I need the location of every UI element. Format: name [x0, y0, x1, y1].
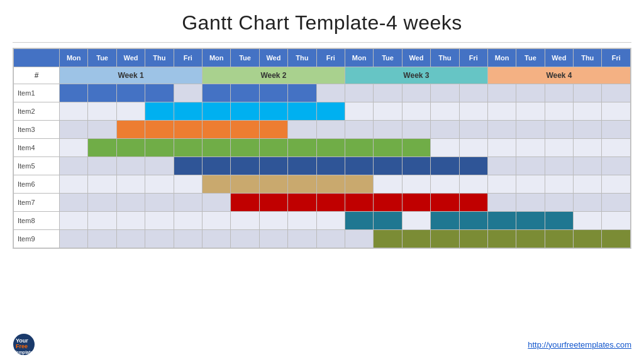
cell-Item3-15 — [487, 121, 516, 139]
cell-Item9-10 — [345, 230, 373, 248]
cell-Item9-5 — [202, 230, 230, 248]
cell-Item4-19 — [602, 139, 631, 157]
cell-Item2-18 — [574, 102, 602, 121]
cell-Item5-17 — [545, 157, 573, 175]
cell-Item2-19 — [602, 102, 631, 121]
cell-Item9-2 — [116, 230, 145, 248]
week-3-cell: Week 3 — [345, 67, 487, 84]
cell-Item8-11 — [374, 212, 402, 230]
cell-Item2-7 — [259, 102, 287, 121]
header-day-12: Tue — [374, 49, 402, 67]
cell-Item7-7 — [259, 194, 287, 212]
cell-Item7-18 — [574, 194, 602, 212]
cell-Item4-11 — [374, 139, 402, 157]
svg-text:Free: Free — [16, 343, 28, 349]
cell-Item2-0 — [60, 102, 88, 121]
cell-Item2-17 — [545, 102, 573, 121]
cell-Item6-9 — [316, 175, 345, 194]
cell-Item9-13 — [431, 230, 459, 248]
logo: Your Free Templates — [13, 333, 35, 356]
week-4-cell: Week 4 — [487, 67, 630, 84]
cell-Item7-5 — [202, 194, 230, 212]
cell-Item4-12 — [402, 139, 430, 157]
cell-Item8-2 — [116, 212, 145, 230]
cell-Item5-15 — [487, 157, 516, 175]
cell-Item4-15 — [487, 139, 516, 157]
cell-Item4-0 — [60, 139, 88, 157]
header-day-19: Thu — [574, 49, 602, 67]
cell-Item8-6 — [231, 212, 259, 230]
table-row: Item6 — [14, 175, 631, 194]
cell-Item7-1 — [88, 194, 116, 212]
cell-Item9-12 — [402, 230, 430, 248]
header-day-6: Mon — [202, 49, 230, 67]
cell-Item7-9 — [316, 194, 345, 212]
cell-Item2-1 — [88, 102, 116, 121]
cell-Item2-15 — [487, 102, 516, 121]
cell-Item4-17 — [545, 139, 573, 157]
cell-Item5-4 — [174, 157, 202, 175]
cell-Item1-7 — [259, 84, 287, 102]
cell-Item3-9 — [316, 121, 345, 139]
cell-Item7-16 — [516, 194, 545, 212]
cell-Item8-1 — [88, 212, 116, 230]
cell-Item8-19 — [602, 212, 631, 230]
cell-Item1-17 — [545, 84, 573, 102]
cell-Item2-4 — [174, 102, 202, 121]
cell-Item2-10 — [345, 102, 373, 121]
table-row: Item1 — [14, 84, 631, 102]
page-title: Gantt Chart Template-4 weeks — [0, 0, 644, 41]
cell-Item1-12 — [402, 84, 430, 102]
cell-Item3-4 — [174, 121, 202, 139]
cell-Item5-9 — [316, 157, 345, 175]
header-day-17: Tue — [516, 49, 545, 67]
day-header-row: Mon Tue Wed Thu Fri Mon Tue Wed Thu Fri … — [14, 49, 631, 67]
cell-Item3-0 — [60, 121, 88, 139]
cell-Item8-3 — [145, 212, 174, 230]
cell-Item8-14 — [459, 212, 487, 230]
cell-Item9-14 — [459, 230, 487, 248]
table-row: Item5 — [14, 157, 631, 175]
header-day-2: Tue — [88, 49, 116, 67]
cell-Item3-8 — [288, 121, 316, 139]
cell-Item7-11 — [374, 194, 402, 212]
cell-Item3-12 — [402, 121, 430, 139]
cell-Item8-16 — [516, 212, 545, 230]
cell-Item4-16 — [516, 139, 545, 157]
cell-Item8-12 — [402, 212, 430, 230]
cell-Item4-6 — [231, 139, 259, 157]
cell-Item1-11 — [374, 84, 402, 102]
table-row: Item9 — [14, 230, 631, 248]
cell-Item4-7 — [259, 139, 287, 157]
cell-Item8-7 — [259, 212, 287, 230]
cell-Item7-12 — [402, 194, 430, 212]
cell-Item8-4 — [174, 212, 202, 230]
cell-Item6-19 — [602, 175, 631, 194]
cell-Item9-0 — [60, 230, 88, 248]
cell-Item8-13 — [431, 212, 459, 230]
cell-Item6-4 — [174, 175, 202, 194]
cell-Item1-19 — [602, 84, 631, 102]
footer-link[interactable]: http://yourfreetemplates.com — [528, 340, 631, 349]
cell-Item9-9 — [316, 230, 345, 248]
cell-Item3-19 — [602, 121, 631, 139]
cell-Item5-13 — [431, 157, 459, 175]
header-day-1: Mon — [60, 49, 88, 67]
cell-Item7-19 — [602, 194, 631, 212]
cell-Item2-5 — [202, 102, 230, 121]
header-day-13: Wed — [402, 49, 430, 67]
header-day-11: Mon — [345, 49, 373, 67]
cell-Item5-10 — [345, 157, 373, 175]
cell-Item9-15 — [487, 230, 516, 248]
cell-Item4-13 — [431, 139, 459, 157]
cell-Item7-2 — [116, 194, 145, 212]
cell-Item3-5 — [202, 121, 230, 139]
cell-Item7-4 — [174, 194, 202, 212]
cell-Item8-15 — [487, 212, 516, 230]
cell-Item9-18 — [574, 230, 602, 248]
header-day-16: Mon — [487, 49, 516, 67]
cell-Item4-3 — [145, 139, 174, 157]
header-day-3: Wed — [116, 49, 145, 67]
cell-Item4-8 — [288, 139, 316, 157]
table-row: Item2 — [14, 102, 631, 121]
